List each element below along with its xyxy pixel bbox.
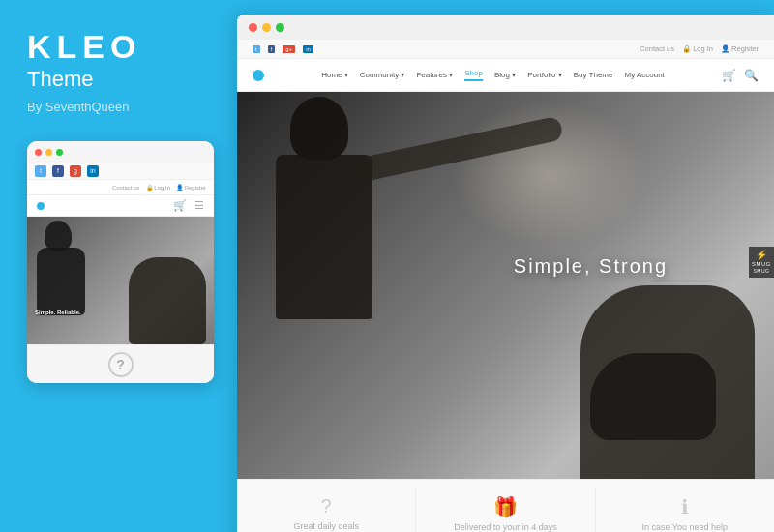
desktop-top-bar: [237, 15, 774, 40]
smug-icon: ⚡: [756, 251, 768, 260]
nav-shop[interactable]: Shop: [464, 69, 483, 81]
brand-subtitle: Theme: [27, 67, 210, 92]
feature-delivery: 🎁 Delivered to your in 4 days: [416, 488, 595, 533]
desktop-login-text: 🔒 Log In: [682, 44, 713, 53]
feature-deals: ? Great daily deals: [237, 488, 416, 532]
mobile-logo-dot: [37, 202, 45, 210]
desktop-linkedin-icon: in: [303, 45, 313, 53]
mobile-hero-image: Simple. Reliable.: [27, 217, 214, 344]
desktop-hero: Simple, Strong ⚡ SMUG SMUG: [237, 92, 774, 479]
help-icon: ℹ: [681, 495, 689, 518]
mobile-mockup: t f g in Contact us 🔒 Log In 👤 Register …: [27, 141, 214, 383]
mobile-man-torso: [37, 248, 85, 315]
mobile-register-text: 👤 Register: [176, 184, 206, 191]
question-mark: ?: [116, 357, 125, 372]
feature-help: ℹ In case You need help: [596, 488, 774, 533]
mobile-dot-yellow: [45, 149, 52, 156]
desktop-facebook-icon: f: [268, 45, 276, 53]
desktop-dot-green: [276, 23, 284, 32]
desktop-dot-yellow: [262, 23, 271, 32]
question-circle: ?: [108, 352, 134, 377]
desktop-contact-links: Contact us 🔒 Log In 👤 Register: [640, 44, 759, 53]
mobile-contact-bar: Contact us 🔒 Log In 👤 Register: [27, 180, 214, 195]
desktop-contact-bar: t f g+ in Contact us 🔒 Log In 👤 Register: [237, 40, 774, 59]
desktop-cart-icon[interactable]: 🛒: [722, 69, 736, 82]
twitter-icon: t: [35, 165, 46, 177]
deals-icon: ?: [321, 495, 332, 517]
nav-blog[interactable]: Blog ▾: [494, 71, 516, 79]
desktop-social-icons: t f g+ in: [253, 45, 313, 53]
hero-text-overlay: Simple, Strong: [514, 255, 668, 278]
desktop-gplus-icon: g+: [283, 45, 295, 53]
desktop-dot-red: [249, 23, 257, 32]
mobile-login-text: 🔒 Log In: [146, 184, 170, 191]
mobile-dot-red: [35, 149, 42, 156]
facebook-icon: f: [52, 165, 64, 177]
nav-buy-theme[interactable]: Buy Theme: [574, 71, 613, 79]
brand-by: By SeventhQueen: [27, 100, 210, 114]
hero-canvas: Simple, Strong ⚡ SMUG SMUG: [237, 92, 774, 479]
right-panel: t f g+ in Contact us 🔒 Log In 👤 Register…: [237, 15, 774, 532]
mobile-nav-icons: 🛒 ☰: [173, 199, 204, 212]
mobile-nav-bar: 🛒 ☰: [27, 195, 214, 217]
mobile-dot-green: [56, 149, 63, 156]
desktop-nav-right-icons: 🛒 🔍: [722, 69, 759, 82]
deals-label: Great daily deals: [293, 521, 359, 531]
nav-community[interactable]: Community ▾: [360, 71, 405, 79]
mobile-hero: Simple. Reliable.: [27, 217, 214, 344]
nav-my-account[interactable]: My Account: [624, 71, 664, 79]
cart-icon: 🛒: [173, 199, 187, 212]
desktop-contact-text: Contact us: [640, 44, 674, 53]
hero-woman-head: [590, 353, 716, 440]
desktop-nav-bar: Home ▾ Community ▾ Features ▾ Shop Blog …: [237, 59, 774, 92]
desktop-twitter-icon: t: [253, 45, 260, 53]
nav-portfolio[interactable]: Portfolio ▾: [527, 71, 562, 79]
smug-badge: ⚡ SMUG SMUG: [749, 247, 774, 278]
hero-man-head: [290, 97, 348, 160]
left-panel: KLEO Theme By SeventhQueen t f g in Cont…: [0, 0, 237, 532]
mobile-bottom-bar: ?: [27, 344, 214, 383]
googleplus-icon: g: [70, 165, 81, 177]
brand-title: KLEO: [27, 29, 210, 65]
mobile-woman-shape: [129, 257, 206, 344]
desktop-logo: [253, 70, 264, 81]
mobile-social-bar: t f g in: [27, 163, 214, 180]
help-label: In case You need help: [642, 522, 729, 532]
delivery-label: Delivered to your in 4 days: [454, 522, 557, 532]
desktop-search-icon[interactable]: 🔍: [744, 69, 759, 82]
mobile-contact-text: Contact us: [112, 185, 140, 191]
smug-extra: SMUG: [754, 268, 770, 274]
mobile-hero-text-overlay: Simple. Reliable.: [35, 310, 81, 315]
desktop-feature-bar: ? Great daily deals 🎁 Delivered to your …: [237, 479, 774, 532]
linkedin-icon: in: [87, 165, 99, 177]
mobile-top-bar: [27, 141, 214, 163]
desktop-register-text: 👤 Register: [721, 44, 759, 53]
smug-label: SMUG: [752, 261, 771, 267]
nav-home[interactable]: Home ▾: [321, 71, 348, 79]
menu-icon: ☰: [194, 199, 204, 212]
delivery-icon: 🎁: [493, 495, 518, 518]
nav-features[interactable]: Features ▾: [416, 71, 453, 79]
desktop-nav-links: Home ▾ Community ▾ Features ▾ Shop Blog …: [321, 69, 665, 81]
